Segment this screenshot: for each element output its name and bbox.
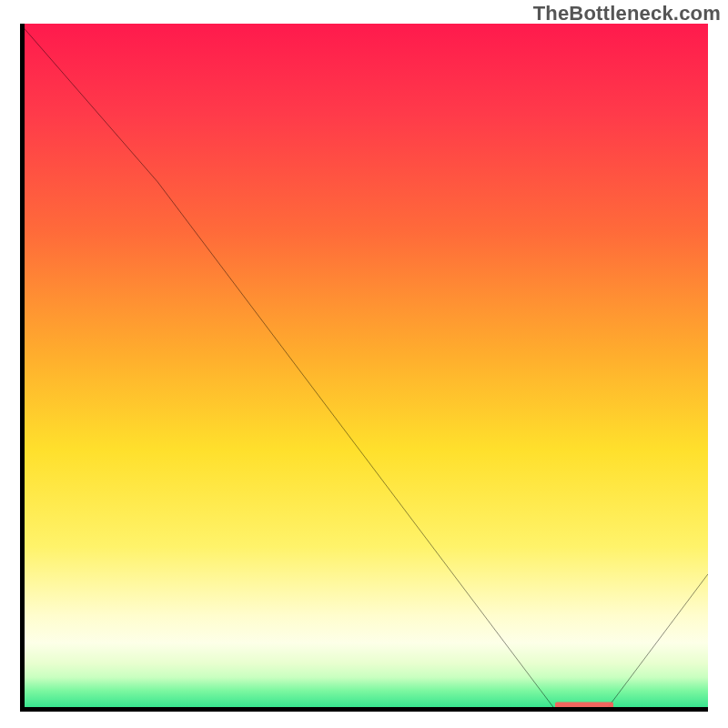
chart-container: TheBottleneck.com xyxy=(0,0,728,728)
curve-path xyxy=(20,24,708,712)
x-axis xyxy=(20,707,708,712)
plot-area xyxy=(20,24,708,712)
bottleneck-curve xyxy=(20,24,708,712)
watermark-text: TheBottleneck.com xyxy=(533,2,721,25)
y-axis xyxy=(20,24,25,712)
